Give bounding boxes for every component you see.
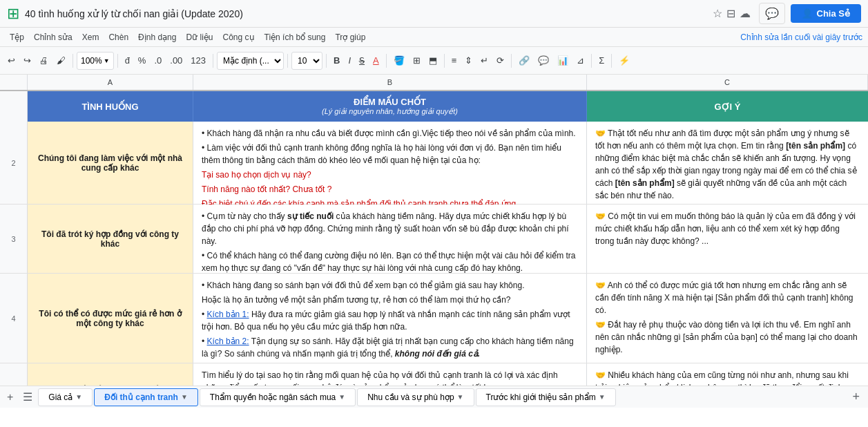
cell-suggestion-4[interactable]: 🤝 Nhiều khách hàng của em cũng từng nói … (587, 363, 868, 386)
suggestion-text-3a: 🤝 Anh có thể có được mức giá tốt hơn như… (595, 279, 860, 316)
valign-button[interactable]: ⇕ (461, 53, 476, 68)
folder-icon[interactable]: ⊟ (726, 7, 735, 20)
filter-button[interactable]: ⊿ (573, 53, 588, 68)
align-button[interactable]: ≡ (448, 53, 461, 68)
more-formats-button[interactable]: 123 (187, 53, 209, 68)
cell-situation-3[interactable]: Tôi có thể có được mức giá rẻ hơn ở một … (28, 274, 193, 363)
undo-button[interactable]: ↩ (4, 53, 19, 68)
sheet-tab-1[interactable]: Đối thủ cạnh tranh ▼ (94, 388, 198, 406)
menu-view[interactable]: Xem (78, 30, 104, 44)
zoom-box[interactable]: 100% ▼ (77, 52, 114, 70)
borders-button[interactable]: ⊞ (409, 53, 424, 68)
kp-3-3: • Kích bản 1: Hãy đưa ra mức giảm giá sa… (202, 308, 578, 333)
chart-button[interactable]: 📊 (554, 53, 572, 68)
share-label: Chia Sẻ (817, 8, 850, 19)
kp-1-3: Tại sao họ chọn dịch vụ này? (202, 169, 578, 181)
menu-insert[interactable]: Chèn (104, 30, 133, 44)
sheet-tab-4[interactable]: Trước khi giới thiệu sản phẩm ▼ (476, 388, 616, 406)
wrap-button[interactable]: ↵ (477, 53, 492, 68)
cell-keypoints-3[interactable]: • Khách hàng đang so sánh bạn với đối th… (193, 274, 587, 363)
kp-2-2: • Có thể khách hàng có thể đang cường đi… (202, 249, 578, 274)
star-icon[interactable]: ☆ (713, 7, 722, 20)
sheet-tab-2[interactable]: Thẩm quyền hoặc ngân sách mua ▼ (200, 388, 356, 406)
sheet-tab-3[interactable]: Nhu cầu và sự phù hợp ▼ (357, 388, 474, 406)
add-sheet-start-button[interactable]: + (3, 388, 17, 406)
font-size-select[interactable]: 10 (291, 52, 322, 70)
menu-addons[interactable]: Tiện ích bổ sung (260, 30, 330, 44)
cell-suggestion-1[interactable]: 🤝 Thật tốt nếu như anh đã tìm được một s… (587, 122, 868, 204)
merge-button[interactable]: ⬒ (425, 53, 441, 68)
header-c-text: GỢI Ý (714, 102, 740, 112)
menu-file[interactable]: Tệp (6, 30, 28, 44)
font-select[interactable]: Mặc định (... (217, 52, 284, 70)
font-color-button[interactable]: A (369, 53, 383, 68)
sheet-tab-dd-2[interactable]: ▼ (338, 393, 345, 401)
header-b-main: ĐIỂM MẤU CHỐT (354, 97, 426, 107)
decimal0-button[interactable]: .0 (151, 53, 165, 68)
table-row: 5 Tôi thích đối thủ cạnh tranh của bạn h… (0, 363, 868, 386)
row-num-header (0, 91, 28, 122)
percent-button[interactable]: % (135, 53, 150, 68)
table-header-row: TÌNH HUỐNG ĐIỂM MẤU CHỐT (Lý giải nguyên… (0, 91, 868, 122)
kp-3-4: • Kích bản 2: Tận dụng sự so sánh. Hãy đ… (202, 335, 578, 360)
comment-button[interactable]: 💬 (759, 3, 785, 24)
col-header-a[interactable]: A (28, 75, 193, 90)
rotate-button[interactable]: ⟳ (493, 53, 508, 68)
app-logo: ⊞ (7, 5, 19, 23)
corner-cell (0, 75, 28, 90)
sheet-tab-dd-3[interactable]: ▼ (457, 393, 464, 401)
bold-button[interactable]: B (330, 53, 343, 68)
cell-keypoints-2[interactable]: • Cụm từ này cho thấy sự tiếc nuối của k… (193, 205, 587, 273)
sheet-menu-button[interactable]: ☰ (19, 388, 37, 406)
cell-keypoints-4[interactable]: Tìm hiểu lý do tại sao họ tin rằng mối q… (193, 363, 587, 386)
col-header-b[interactable]: B (193, 75, 587, 90)
cell-keypoints-1[interactable]: • Khách hàng đã nhận ra nhu cầu và biết … (193, 122, 587, 204)
comment-tb-button[interactable]: 💬 (534, 53, 552, 68)
link-button[interactable]: 🔗 (515, 53, 533, 68)
kp-2-1: • Cụm từ này cho thấy sự tiếc nuối của k… (202, 210, 578, 247)
suggestion-text-1: 🤝 Thật tốt nếu như anh đã tìm được một s… (595, 129, 857, 200)
add-sheet-end-button[interactable]: + (847, 387, 865, 407)
sheet-tab-label-2: Thẩm quyền hoặc ngân sách mua (210, 392, 336, 402)
table-row: 3 Tôi đã trót ký hợp đồng với công ty kh… (0, 205, 868, 274)
sheet-tab-label-1: Đối thủ cạnh tranh (104, 392, 178, 402)
menu-format[interactable]: Định dạng (134, 30, 180, 44)
sheet-tab-0[interactable]: Giá cả ▼ (38, 388, 93, 406)
kp-4-1: Tìm hiểu lý do tại sao họ tin rằng mối q… (202, 370, 558, 386)
share-button[interactable]: 👤 Chia Sẻ (791, 4, 861, 23)
separator-5 (326, 54, 327, 68)
last-edit-link[interactable]: Chỉnh sửa lần cuối vài giây trước (740, 32, 862, 42)
print-button[interactable]: 🖨 (36, 53, 52, 68)
italic-button[interactable]: I (345, 53, 354, 68)
separator-6 (386, 54, 387, 68)
explore-button[interactable]: ⚡ (615, 53, 633, 68)
kb2-link[interactable]: Kích bản 2: (207, 336, 249, 346)
col-header-c[interactable]: C (587, 75, 868, 90)
menu-help[interactable]: Trợ giúp (331, 30, 369, 44)
paintformat-button[interactable]: 🖌 (53, 53, 69, 68)
cloud-icon[interactable]: ☁ (740, 7, 751, 20)
sheet-tab-dd-1[interactable]: ▼ (181, 393, 188, 401)
fill-color-button[interactable]: 🪣 (390, 53, 408, 68)
sheet-tab-dd-4[interactable]: ▼ (599, 393, 606, 401)
kb1-link[interactable]: Kích bản 1: (207, 310, 249, 319)
menu-edit[interactable]: Chỉnh sửa (30, 30, 77, 44)
menu-tools[interactable]: Công cụ (218, 30, 258, 44)
decimal2-button[interactable]: .00 (166, 53, 186, 68)
cell-situation-2[interactable]: Tôi đã trót ký hợp đồng với công ty khác (28, 205, 193, 273)
title-bar: ⊞ 40 tình huống xử lý từ chối nan giải (… (0, 0, 868, 28)
kp-3-1: • Khách hàng đang so sánh bạn với đối th… (202, 279, 578, 292)
sheet-tab-dd-0[interactable]: ▼ (75, 393, 82, 401)
cell-situation-1[interactable]: Chúng tôi đang làm việc với một nhà cung… (28, 122, 193, 204)
strikethrough-button[interactable]: S̶ (356, 53, 368, 68)
currency-button[interactable]: đ (122, 53, 133, 68)
row-number: 5 (0, 363, 28, 386)
cell-situation-4[interactable]: Tôi thích đối thủ cạnh tranh của bạn hơn (28, 363, 193, 386)
menu-data[interactable]: Dữ liệu (182, 30, 217, 44)
header-cell-c: GỢI Ý (587, 91, 868, 122)
function-button[interactable]: Σ (595, 53, 608, 68)
document-title[interactable]: 40 tình huống xử lý từ chối nan giải (Up… (25, 8, 713, 19)
redo-button[interactable]: ↪ (20, 53, 35, 68)
cell-suggestion-2[interactable]: 🤝 Có một tin vui em muốn thông báo là qu… (587, 205, 868, 273)
cell-suggestion-3[interactable]: 🤝 Anh có thể có được mức giá tốt hơn như… (587, 274, 868, 363)
